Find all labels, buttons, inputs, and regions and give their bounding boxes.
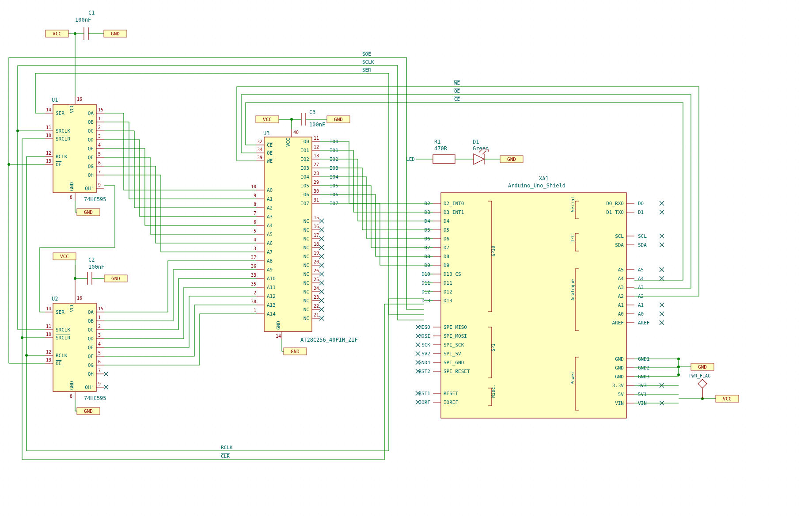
svg-text:5V: 5V xyxy=(618,392,624,397)
svg-text:3: 3 xyxy=(254,246,256,251)
svg-text:A1: A1 xyxy=(618,302,624,308)
svg-text:QB: QB xyxy=(88,318,94,324)
svg-text:74HC595: 74HC595 xyxy=(84,196,106,202)
svg-text:2: 2 xyxy=(98,324,101,329)
svg-text:100nF: 100nF xyxy=(309,122,325,128)
svg-text:D0: D0 xyxy=(638,201,644,206)
svg-text:QA: QA xyxy=(88,309,94,315)
svg-text:QC: QC xyxy=(88,128,94,134)
svg-text:NC: NC xyxy=(304,218,309,224)
svg-text:A5: A5 xyxy=(267,232,273,237)
svg-text:NC: NC xyxy=(304,245,309,251)
svg-text:10: 10 xyxy=(46,332,51,337)
svg-text:QF: QF xyxy=(88,354,94,359)
svg-text:OE: OE xyxy=(56,361,61,366)
svg-text:A4: A4 xyxy=(638,276,644,282)
svg-text:D0_RX0: D0_RX0 xyxy=(606,201,624,206)
svg-text:100nF: 100nF xyxy=(75,17,91,23)
svg-text:QA: QA xyxy=(88,110,94,116)
svg-text:7: 7 xyxy=(98,169,101,174)
svg-text:7: 7 xyxy=(254,211,256,216)
svg-text:QC: QC xyxy=(88,327,94,333)
svg-text:Serial: Serial xyxy=(570,196,575,212)
svg-text:A14: A14 xyxy=(267,311,276,317)
svg-text:IO5: IO5 xyxy=(300,183,309,189)
svg-text:OE: OE xyxy=(454,88,460,94)
svg-text:NC: NC xyxy=(304,316,309,321)
svg-text:SRCLK: SRCLK xyxy=(56,327,70,333)
svg-text:2: 2 xyxy=(254,290,256,295)
svg-text:2: 2 xyxy=(98,125,101,130)
svg-text:RCLK: RCLK xyxy=(56,154,68,160)
svg-text:35: 35 xyxy=(251,282,256,286)
svg-rect-283 xyxy=(441,193,626,418)
svg-text:19: 19 xyxy=(314,251,319,255)
svg-text:17: 17 xyxy=(314,233,319,238)
svg-text:QH': QH' xyxy=(85,385,94,390)
svg-text:NC: NC xyxy=(304,227,309,233)
svg-text:IOREF: IOREF xyxy=(444,400,458,405)
svg-text:4: 4 xyxy=(254,237,256,242)
svg-text:IO0: IO0 xyxy=(300,139,309,145)
svg-text:SRCLK: SRCLK xyxy=(56,128,70,134)
svg-text:D9: D9 xyxy=(444,263,449,268)
svg-text:D7: D7 xyxy=(444,245,449,251)
svg-text:QD: QD xyxy=(88,137,94,143)
svg-text:OE: OE xyxy=(267,150,273,156)
svg-text:4: 4 xyxy=(98,342,101,347)
svg-text:IORF: IORF xyxy=(419,400,431,405)
svg-text:7: 7 xyxy=(98,368,101,373)
svg-text:A13: A13 xyxy=(267,302,276,308)
svg-text:QG: QG xyxy=(88,362,94,368)
svg-text:RST1: RST1 xyxy=(419,391,431,396)
svg-text:12: 12 xyxy=(314,145,319,149)
svg-text:Power: Power xyxy=(570,371,575,385)
svg-text:8: 8 xyxy=(70,394,72,399)
svg-text:A5: A5 xyxy=(618,267,624,273)
svg-text:SPI_SCK: SPI_SCK xyxy=(444,342,464,348)
svg-text:9: 9 xyxy=(254,193,256,198)
gnd-tag xyxy=(77,209,100,216)
svg-text:QH': QH' xyxy=(85,186,94,191)
svg-text:IO1: IO1 xyxy=(300,148,309,153)
svg-text:PWR_FLAG: PWR_FLAG xyxy=(689,373,710,379)
svg-text:5: 5 xyxy=(98,152,101,156)
svg-text:GND: GND xyxy=(276,321,281,330)
svg-point-423 xyxy=(8,163,10,166)
svg-text:36: 36 xyxy=(251,264,256,269)
svg-text:SPI_MISO: SPI_MISO xyxy=(444,324,467,330)
svg-text:10: 10 xyxy=(46,133,51,138)
svg-text:13: 13 xyxy=(46,358,51,362)
svg-text:A9: A9 xyxy=(267,267,273,273)
svg-text:SER: SER xyxy=(362,67,371,73)
svg-text:VIN: VIN xyxy=(615,400,624,406)
svg-text:A8: A8 xyxy=(267,258,273,264)
svg-point-120 xyxy=(74,277,76,280)
svg-text:D2_INT0: D2_INT0 xyxy=(444,201,464,206)
svg-text:C1: C1 xyxy=(88,10,95,16)
svg-text:D1: D1 xyxy=(638,209,644,215)
svg-text:NC: NC xyxy=(304,289,309,295)
svg-text:A0: A0 xyxy=(267,187,273,193)
svg-text:28: 28 xyxy=(314,171,319,176)
svg-text:A6: A6 xyxy=(267,240,273,246)
svg-text:CLR: CLR xyxy=(221,453,230,459)
svg-text:11: 11 xyxy=(46,125,51,130)
svg-text:5: 5 xyxy=(98,350,101,355)
svg-text:GND4: GND4 xyxy=(419,360,431,366)
svg-text:QE: QE xyxy=(88,146,94,152)
svg-point-420 xyxy=(16,130,19,132)
svg-text:10: 10 xyxy=(251,184,256,189)
svg-text:A2: A2 xyxy=(267,205,273,211)
svg-text:SRCLR: SRCLR xyxy=(56,335,70,341)
svg-text:SER: SER xyxy=(56,110,65,116)
svg-text:16: 16 xyxy=(314,224,319,229)
svg-text:RCLK: RCLK xyxy=(221,445,233,450)
svg-text:1: 1 xyxy=(98,116,101,121)
svg-text:1: 1 xyxy=(254,308,256,313)
svg-text:4: 4 xyxy=(98,143,101,148)
svg-text:40: 40 xyxy=(293,130,299,135)
svg-text:U3: U3 xyxy=(263,130,269,137)
svg-text:D1_TX0: D1_TX0 xyxy=(606,209,624,215)
svg-text:SDA: SDA xyxy=(638,242,647,248)
